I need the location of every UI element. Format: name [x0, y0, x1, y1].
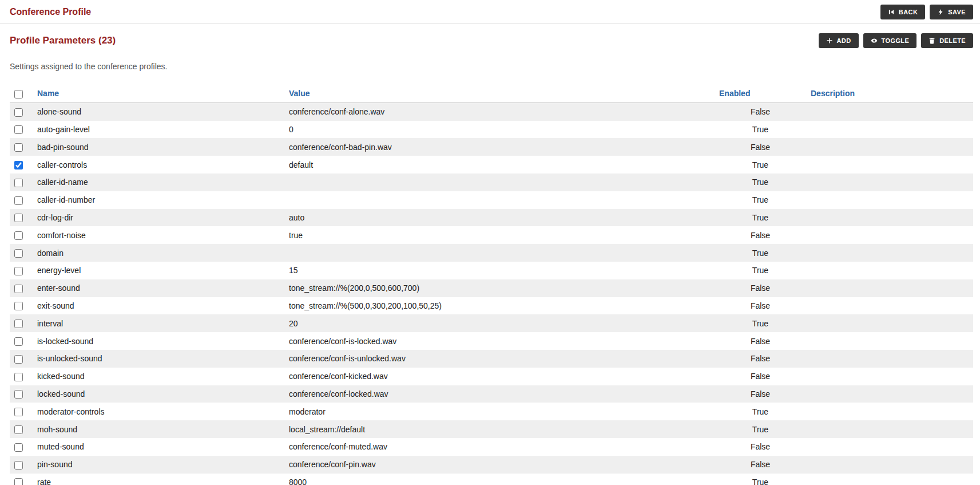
select-all-checkbox[interactable] — [14, 90, 23, 98]
row-name[interactable]: alone-sound — [33, 102, 284, 120]
row-checkbox[interactable] — [14, 443, 23, 452]
row-name[interactable]: is-unlocked-sound — [33, 350, 284, 368]
row-enabled[interactable]: True — [715, 403, 806, 420]
row-checkbox-cell — [10, 121, 33, 139]
row-enabled[interactable]: True — [715, 244, 806, 262]
row-checkbox[interactable] — [14, 355, 23, 364]
row-value: conference/conf-muted.wav — [284, 438, 715, 456]
row-value: 20 — [284, 314, 715, 332]
row-checkbox[interactable] — [14, 390, 23, 399]
row-value: 8000 — [284, 474, 715, 485]
table-row: caller-controls default True — [10, 156, 973, 174]
row-enabled[interactable]: False — [715, 350, 806, 368]
row-description — [806, 474, 973, 485]
toggle-button[interactable]: TOGGLE — [863, 33, 917, 48]
table-row: caller-id-name True — [10, 174, 973, 191]
row-checkbox[interactable] — [14, 196, 23, 205]
row-checkbox[interactable] — [14, 461, 23, 470]
column-header-description[interactable]: Description — [806, 85, 973, 102]
row-enabled[interactable]: True — [715, 474, 806, 485]
row-enabled[interactable]: True — [715, 121, 806, 139]
row-name[interactable]: energy-level — [33, 262, 284, 279]
row-name[interactable]: muted-sound — [33, 438, 284, 456]
row-value: tone_stream://%(500,0,300,200,100,50,25) — [284, 297, 715, 315]
add-button[interactable]: ADD — [819, 33, 859, 48]
table-row: rate 8000 True — [10, 474, 973, 485]
row-name[interactable]: locked-sound — [33, 385, 284, 403]
row-checkbox[interactable] — [14, 478, 23, 485]
row-enabled[interactable]: False — [715, 456, 806, 474]
row-enabled[interactable]: False — [715, 226, 806, 244]
row-name[interactable]: moderator-controls — [33, 403, 284, 420]
row-value: 0 — [284, 121, 715, 139]
row-enabled[interactable]: False — [715, 332, 806, 350]
row-name[interactable]: cdr-log-dir — [33, 209, 284, 227]
row-name[interactable]: is-locked-sound — [33, 332, 284, 350]
column-header-enabled[interactable]: Enabled — [715, 85, 806, 102]
delete-button[interactable]: DELETE — [921, 33, 973, 48]
column-header-name[interactable]: Name — [33, 85, 284, 102]
row-name[interactable]: rate — [33, 474, 284, 485]
row-enabled[interactable]: False — [715, 138, 806, 156]
row-checkbox-cell — [10, 174, 33, 191]
column-header-value[interactable]: Value — [284, 85, 715, 102]
save-button[interactable]: SAVE — [930, 5, 973, 19]
parameters-table: Name Value Enabled Description alone-sou… — [10, 85, 973, 485]
row-name[interactable]: caller-id-number — [33, 191, 284, 209]
row-checkbox-cell — [10, 438, 33, 456]
row-enabled[interactable]: True — [715, 209, 806, 227]
row-checkbox-cell — [10, 456, 33, 474]
row-enabled[interactable]: False — [715, 368, 806, 385]
row-checkbox[interactable] — [14, 161, 23, 169]
row-checkbox[interactable] — [14, 373, 23, 381]
row-checkbox-cell — [10, 350, 33, 368]
row-description — [806, 138, 973, 156]
row-checkbox-cell — [10, 297, 33, 315]
row-checkbox[interactable] — [14, 267, 23, 275]
row-enabled[interactable]: True — [715, 191, 806, 209]
row-enabled[interactable]: False — [715, 438, 806, 456]
row-checkbox[interactable] — [14, 320, 23, 328]
row-enabled[interactable]: False — [715, 297, 806, 315]
row-name[interactable]: comfort-noise — [33, 226, 284, 244]
row-checkbox[interactable] — [14, 143, 23, 152]
row-name[interactable]: auto-gain-level — [33, 121, 284, 139]
row-checkbox[interactable] — [14, 408, 23, 416]
row-enabled[interactable]: True — [715, 174, 806, 191]
row-checkbox[interactable] — [14, 285, 23, 293]
row-name[interactable]: caller-id-name — [33, 174, 284, 191]
row-checkbox[interactable] — [14, 302, 23, 310]
row-description — [806, 297, 973, 315]
section-subtitle: Settings assigned to the conference prof… — [10, 62, 973, 71]
back-button[interactable]: BACK — [880, 5, 925, 19]
row-checkbox[interactable] — [14, 108, 23, 117]
table-row: moh-sound local_stream://default True — [10, 420, 973, 438]
row-value: moderator — [284, 403, 715, 420]
row-name[interactable]: kicked-sound — [33, 368, 284, 385]
row-name[interactable]: enter-sound — [33, 279, 284, 297]
row-checkbox[interactable] — [14, 425, 23, 434]
row-checkbox[interactable] — [14, 179, 23, 187]
row-name[interactable]: caller-controls — [33, 156, 284, 174]
row-checkbox[interactable] — [14, 231, 23, 240]
row-checkbox[interactable] — [14, 249, 23, 258]
row-name[interactable]: exit-sound — [33, 297, 284, 315]
row-name[interactable]: domain — [33, 244, 284, 262]
row-enabled[interactable]: True — [715, 262, 806, 279]
row-checkbox[interactable] — [14, 125, 23, 134]
row-enabled[interactable]: True — [715, 420, 806, 438]
row-checkbox[interactable] — [14, 214, 23, 222]
row-name[interactable]: interval — [33, 314, 284, 332]
row-enabled[interactable]: False — [715, 385, 806, 403]
row-name[interactable]: moh-sound — [33, 420, 284, 438]
row-description — [806, 420, 973, 438]
row-description — [806, 403, 973, 420]
row-name[interactable]: bad-pin-sound — [33, 138, 284, 156]
row-enabled[interactable]: True — [715, 314, 806, 332]
row-enabled[interactable]: True — [715, 156, 806, 174]
row-checkbox[interactable] — [14, 337, 23, 346]
row-name[interactable]: pin-sound — [33, 456, 284, 474]
skip-back-icon — [888, 9, 895, 15]
row-enabled[interactable]: False — [715, 279, 806, 297]
row-enabled[interactable]: False — [715, 102, 806, 120]
